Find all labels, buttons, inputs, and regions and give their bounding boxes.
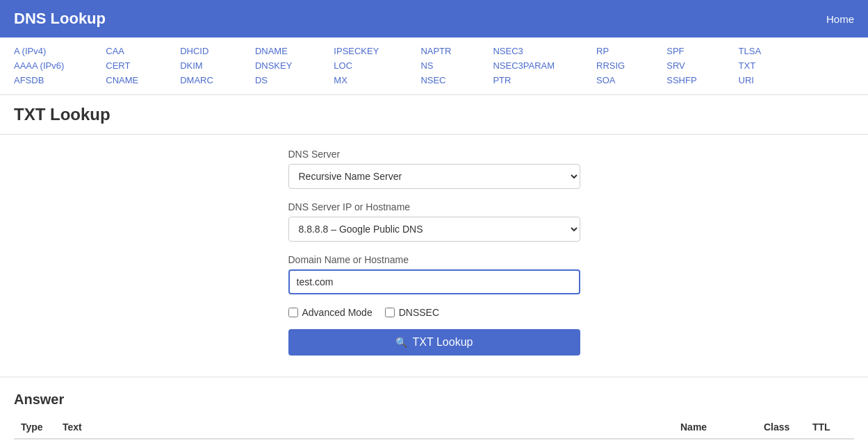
nav-links: A (IPv4)AAAA (IPv6)AFSDBCAACERTCNAMEDHCI…: [0, 37, 868, 95]
nav-link-rp[interactable]: RP: [596, 44, 625, 59]
nav-column: DNAMEDNSKEYDS: [255, 44, 292, 87]
nav-link-ptr[interactable]: PTR: [493, 74, 555, 88]
cell-name: test.com: [673, 439, 757, 443]
dns-server-label: DNS Server: [288, 149, 580, 160]
col-header-type: Type: [14, 416, 56, 439]
nav-link-caa[interactable]: CAA: [106, 44, 138, 59]
advanced-mode-checkbox[interactable]: [288, 308, 298, 317]
nav-link-soa[interactable]: SOA: [596, 74, 625, 88]
cell-ttl: 2696: [805, 439, 854, 443]
nav-link-dnskey[interactable]: DNSKEY: [255, 59, 292, 74]
nav-link-mx[interactable]: MX: [334, 74, 379, 88]
nav-column: SPFSRVSSHFP: [666, 44, 696, 87]
answer-section: Answer Type Text Name Class TTL TXTgoogl…: [0, 376, 868, 443]
app-header: DNS Lookup Home: [0, 0, 868, 37]
search-icon: [395, 336, 407, 349]
table-header-row: Type Text Name Class TTL: [14, 416, 854, 439]
lookup-button-label: TXT Lookup: [413, 336, 473, 349]
cell-class: IN: [757, 439, 805, 443]
col-header-name: Name: [673, 416, 757, 439]
nav-link-uri[interactable]: URI: [739, 74, 762, 88]
nav-link-ds[interactable]: DS: [255, 74, 292, 88]
dnssec-checkbox-label[interactable]: DNSSEC: [385, 307, 439, 318]
dns-server-group: DNS Server Recursive Name Server Google …: [288, 149, 580, 189]
dns-ip-label: DNS Server IP or Hostname: [288, 201, 580, 212]
nav-link-aaaa--ipv6-[interactable]: AAAA (IPv6): [14, 59, 64, 74]
main-content: DNS Server Recursive Name Server Google …: [0, 135, 868, 369]
nav-link-naptr[interactable]: NAPTR: [420, 44, 451, 59]
dnssec-label: DNSSEC: [399, 307, 439, 318]
nav-link-cname[interactable]: CNAME: [106, 74, 138, 88]
nav-link-dkim[interactable]: DKIM: [180, 59, 213, 74]
domain-group: Domain Name or Hostname: [288, 254, 580, 294]
nav-link-nsec3[interactable]: NSEC3: [493, 44, 555, 59]
nav-column: IPSECKEYLOCMX: [334, 44, 379, 87]
nav-link-dmarc[interactable]: DMARC: [180, 74, 213, 88]
nav-link-nsec[interactable]: NSEC: [420, 74, 451, 88]
nav-column: CAACERTCNAME: [106, 44, 138, 87]
nav-column: NAPTRNSNSEC: [420, 44, 451, 87]
nav-link-spf[interactable]: SPF: [666, 44, 696, 59]
nav-link-cert[interactable]: CERT: [106, 59, 138, 74]
nav-link-srv[interactable]: SRV: [666, 59, 696, 74]
cell-type: TXT: [14, 439, 56, 443]
nav-column: RPRRSIGSOA: [596, 44, 625, 87]
nav-link-txt[interactable]: TXT: [739, 59, 762, 74]
answer-title: Answer: [14, 392, 854, 408]
nav-link-nsec3param[interactable]: NSEC3PARAM: [493, 59, 555, 74]
nav-link-tlsa[interactable]: TLSA: [739, 44, 762, 59]
nav-column: A (IPv4)AAAA (IPv6)AFSDB: [14, 44, 64, 87]
col-header-ttl: TTL: [805, 416, 854, 439]
nav-link-afsdb[interactable]: AFSDB: [14, 74, 64, 88]
form-container: DNS Server Recursive Name Server Google …: [288, 149, 580, 356]
dns-ip-select[interactable]: 8.8.8.8 – Google Public DNS 8.8.4.4 – Go…: [288, 217, 580, 242]
answer-table: Type Text Name Class TTL TXTgoogle-site-…: [14, 416, 854, 443]
advanced-mode-label: Advanced Mode: [302, 307, 372, 318]
page-title: TXT Lookup: [0, 95, 868, 135]
nav-link-loc[interactable]: LOC: [334, 59, 379, 74]
lookup-button[interactable]: TXT Lookup: [288, 329, 580, 356]
domain-input[interactable]: [288, 269, 580, 294]
nav-column: DHCIDDKIMDMARC: [180, 44, 213, 87]
nav-link-sshfp[interactable]: SSHFP: [666, 74, 696, 88]
nav-column: TLSATXTURI: [739, 44, 762, 87]
home-link[interactable]: Home: [826, 13, 854, 25]
dns-server-select[interactable]: Recursive Name Server Google Public DNS …: [288, 164, 580, 189]
nav-link-dhcid[interactable]: DHCID: [180, 44, 213, 59]
nav-link-ns[interactable]: NS: [420, 59, 451, 74]
col-header-class: Class: [757, 416, 805, 439]
nav-link-ipseckey[interactable]: IPSECKEY: [334, 44, 379, 59]
table-row: TXTgoogle-site-verification=kW9t2V_S7WjO…: [14, 439, 854, 443]
advanced-mode-checkbox-label[interactable]: Advanced Mode: [288, 307, 372, 318]
nav-link-rrsig[interactable]: RRSIG: [596, 59, 625, 74]
nav-column: NSEC3NSEC3PARAMPTR: [493, 44, 555, 87]
nav-link-dname[interactable]: DNAME: [255, 44, 292, 59]
cell-text: google-site-verification=kW9t2V_S7WjOX57…: [56, 439, 673, 443]
col-header-text: Text: [56, 416, 673, 439]
app-title: DNS Lookup: [14, 10, 106, 28]
domain-label: Domain Name or Hostname: [288, 254, 580, 265]
dns-ip-group: DNS Server IP or Hostname 8.8.8.8 – Goog…: [288, 201, 580, 242]
checkbox-row: Advanced Mode DNSSEC: [288, 307, 580, 318]
nav-link-a--ipv4-[interactable]: A (IPv4): [14, 44, 64, 59]
dnssec-checkbox[interactable]: [385, 308, 395, 317]
